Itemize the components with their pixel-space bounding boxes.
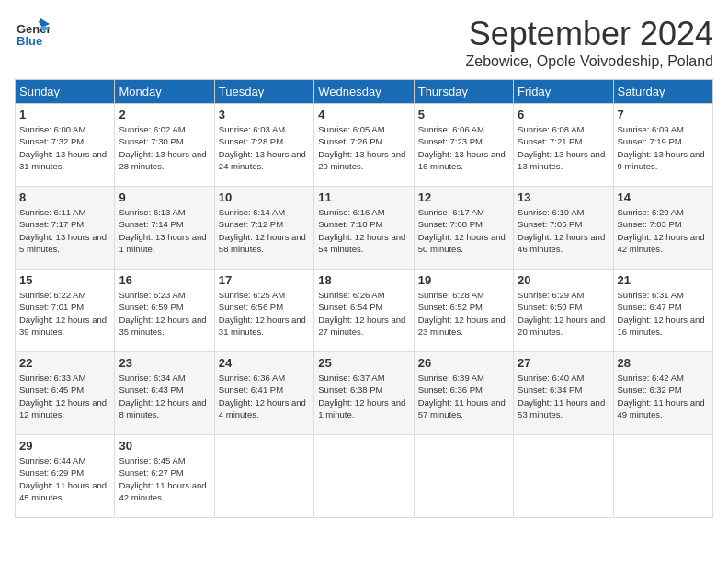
logo-icon: General Blue — [15, 15, 50, 50]
table-cell: 10Sunrise: 6:14 AMSunset: 7:12 PMDayligh… — [214, 187, 313, 270]
table-cell: 1Sunrise: 6:00 AMSunset: 7:32 PMDaylight… — [16, 104, 115, 187]
table-cell: 9Sunrise: 6:13 AMSunset: 7:14 PMDaylight… — [115, 187, 214, 270]
table-cell: 28Sunrise: 6:42 AMSunset: 6:32 PMDayligh… — [613, 352, 712, 435]
table-cell: 15Sunrise: 6:22 AMSunset: 7:01 PMDayligh… — [16, 270, 115, 352]
table-cell: 21Sunrise: 6:31 AMSunset: 6:47 PMDayligh… — [613, 270, 712, 352]
table-cell: 3Sunrise: 6:03 AMSunset: 7:28 PMDaylight… — [214, 104, 313, 187]
table-cell: 29Sunrise: 6:44 AMSunset: 6:29 PMDayligh… — [16, 435, 115, 518]
table-cell: 26Sunrise: 6:39 AMSunset: 6:36 PMDayligh… — [414, 352, 513, 435]
table-cell — [314, 435, 414, 518]
month-title: September 2024 — [465, 15, 713, 53]
table-cell: 8Sunrise: 6:11 AMSunset: 7:17 PMDaylight… — [16, 187, 115, 270]
table-cell: 18Sunrise: 6:26 AMSunset: 6:54 PMDayligh… — [314, 270, 414, 352]
week-row-5: 29Sunrise: 6:44 AMSunset: 6:29 PMDayligh… — [16, 435, 713, 518]
table-cell: 20Sunrise: 6:29 AMSunset: 6:50 PMDayligh… — [514, 270, 613, 352]
table-cell: 11Sunrise: 6:16 AMSunset: 7:10 PMDayligh… — [314, 187, 414, 270]
table-cell: 25Sunrise: 6:37 AMSunset: 6:38 PMDayligh… — [314, 352, 414, 435]
table-cell: 14Sunrise: 6:20 AMSunset: 7:03 PMDayligh… — [613, 187, 712, 270]
col-sunday: Sunday — [16, 80, 115, 104]
table-cell: 22Sunrise: 6:33 AMSunset: 6:45 PMDayligh… — [16, 352, 115, 435]
week-row-1: 1Sunrise: 6:00 AMSunset: 7:32 PMDaylight… — [16, 104, 713, 187]
week-row-2: 8Sunrise: 6:11 AMSunset: 7:17 PMDaylight… — [16, 187, 713, 270]
table-cell — [214, 435, 313, 518]
table-cell: 24Sunrise: 6:36 AMSunset: 6:41 PMDayligh… — [214, 352, 313, 435]
col-thursday: Thursday — [414, 80, 513, 104]
col-tuesday: Tuesday — [214, 80, 313, 104]
title-area: September 2024 Zebowice, Opole Voivodesh… — [465, 15, 713, 70]
table-cell: 12Sunrise: 6:17 AMSunset: 7:08 PMDayligh… — [414, 187, 513, 270]
week-row-3: 15Sunrise: 6:22 AMSunset: 7:01 PMDayligh… — [16, 270, 713, 352]
table-cell: 19Sunrise: 6:28 AMSunset: 6:52 PMDayligh… — [414, 270, 513, 352]
week-row-4: 22Sunrise: 6:33 AMSunset: 6:45 PMDayligh… — [16, 352, 713, 435]
table-cell: 4Sunrise: 6:05 AMSunset: 7:26 PMDaylight… — [314, 104, 414, 187]
table-cell: 5Sunrise: 6:06 AMSunset: 7:23 PMDaylight… — [414, 104, 513, 187]
table-cell: 7Sunrise: 6:09 AMSunset: 7:19 PMDaylight… — [613, 104, 712, 187]
col-saturday: Saturday — [613, 80, 712, 104]
table-cell — [514, 435, 613, 518]
calendar-header-row: Sunday Monday Tuesday Wednesday Thursday… — [16, 80, 713, 104]
calendar-table: Sunday Monday Tuesday Wednesday Thursday… — [15, 79, 713, 518]
table-cell: 2Sunrise: 6:02 AMSunset: 7:30 PMDaylight… — [115, 104, 214, 187]
table-cell — [613, 435, 712, 518]
table-cell: 30Sunrise: 6:45 AMSunset: 6:27 PMDayligh… — [115, 435, 214, 518]
page-header: General Blue September 2024 Zebowice, Op… — [15, 15, 713, 70]
col-wednesday: Wednesday — [314, 80, 414, 104]
svg-text:Blue: Blue — [17, 34, 42, 48]
table-cell: 6Sunrise: 6:08 AMSunset: 7:21 PMDaylight… — [514, 104, 613, 187]
table-cell — [414, 435, 513, 518]
col-friday: Friday — [514, 80, 613, 104]
table-cell: 23Sunrise: 6:34 AMSunset: 6:43 PMDayligh… — [115, 352, 214, 435]
table-cell: 16Sunrise: 6:23 AMSunset: 6:59 PMDayligh… — [115, 270, 214, 352]
table-cell: 17Sunrise: 6:25 AMSunset: 6:56 PMDayligh… — [214, 270, 313, 352]
table-cell: 27Sunrise: 6:40 AMSunset: 6:34 PMDayligh… — [514, 352, 613, 435]
table-cell: 13Sunrise: 6:19 AMSunset: 7:05 PMDayligh… — [514, 187, 613, 270]
location-title: Zebowice, Opole Voivodeship, Poland — [465, 53, 713, 70]
logo: General Blue — [15, 15, 50, 50]
col-monday: Monday — [115, 80, 214, 104]
